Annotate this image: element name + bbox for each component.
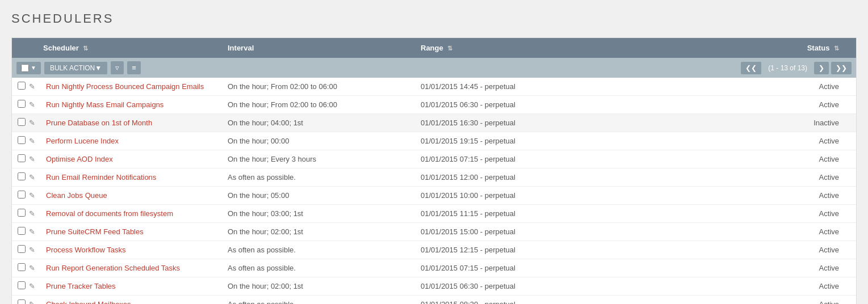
row-range-10: 01/01/2015 07:15 - perpetual [421,264,614,272]
row-range-7: 01/01/2015 11:15 - perpetual [421,209,614,218]
edit-icon-8[interactable]: ✎ [29,227,35,236]
range-sort-icon[interactable]: ⇅ [447,45,452,52]
first-page-button[interactable]: ❮❮ [741,62,761,74]
edit-icon-6[interactable]: ✎ [29,191,35,200]
row-range-3: 01/01/2015 19:15 - perpetual [421,137,614,145]
row-scheduler-11: Prune Tracker Tables [46,282,228,290]
row-checkbox-cell [12,136,29,146]
scheduler-link-9[interactable]: Process Workflow Tasks [46,246,125,254]
page-title: SCHEDULERS [11,11,857,26]
row-status-1: Active [614,100,856,109]
row-scheduler-2: Prune Database on 1st of Month [46,119,228,127]
scheduler-link-11[interactable]: Prune Tracker Tables [46,282,116,290]
row-edit-cell: ✎ [29,246,46,254]
row-interval-2: On the hour; 04:00; 1st [228,119,421,127]
scheduler-link-12[interactable]: Check Inbound Mailboxes [46,300,131,304]
edit-icon-0[interactable]: ✎ [29,82,35,91]
row-checkbox-12[interactable] [18,299,26,304]
scheduler-sort-icon[interactable]: ⇅ [83,45,88,52]
row-checkbox-cell [12,227,29,237]
edit-icon-12[interactable]: ✎ [29,300,35,304]
row-range-1: 01/01/2015 06:30 - perpetual [421,100,614,109]
table-row: ✎ Perform Lucene Index On the hour; 00:0… [12,132,856,150]
edit-icon-5[interactable]: ✎ [29,173,35,181]
table-body: ✎ Run Nightly Process Bounced Campaign E… [12,78,856,304]
scheduler-link-0[interactable]: Run Nightly Process Bounced Campaign Ema… [46,82,204,91]
edit-icon-11[interactable]: ✎ [29,282,35,290]
row-checkbox-5[interactable] [18,172,26,180]
row-checkbox-6[interactable] [18,191,26,199]
row-checkbox-2[interactable] [18,118,26,126]
edit-icon-2[interactable]: ✎ [29,119,35,127]
edit-icon-10[interactable]: ✎ [29,264,35,272]
row-checkbox-cell [12,191,29,200]
row-edit-cell: ✎ [29,82,46,91]
row-edit-cell: ✎ [29,155,46,163]
row-edit-cell: ✎ [29,282,46,290]
row-edit-cell: ✎ [29,173,46,181]
scheduler-link-4[interactable]: Optimise AOD Index [46,155,113,163]
scheduler-link-7[interactable]: Removal of documents from filesystem [46,209,173,218]
edit-icon-4[interactable]: ✎ [29,155,35,163]
table-row: ✎ Run Email Reminder Notifications As of… [12,168,856,187]
row-status-8: Active [614,227,856,236]
scheduler-link-2[interactable]: Prune Database on 1st of Month [46,119,152,127]
row-scheduler-10: Run Report Generation Scheduled Tasks [46,264,228,272]
row-interval-4: On the hour; Every 3 hours [228,155,421,163]
scheduler-link-8[interactable]: Prune SuiteCRM Feed Tables [46,227,144,236]
edit-icon-3[interactable]: ✎ [29,137,35,145]
edit-icon-9[interactable]: ✎ [29,246,35,254]
scheduler-link-1[interactable]: Run Nightly Mass Email Campaigns [46,100,163,109]
row-range-6: 01/01/2015 10:00 - perpetual [421,191,614,200]
row-range-12: 01/01/2015 08:30 - perpetual [421,300,614,304]
row-checkbox-cell [12,100,29,109]
row-range-8: 01/01/2015 15:00 - perpetual [421,227,614,236]
col-header-range: Range ⇅ [421,44,614,52]
scheduler-link-3[interactable]: Perform Lucene Index [46,137,119,145]
row-status-12: Active [614,300,856,304]
row-scheduler-3: Perform Lucene Index [46,137,228,145]
row-checkbox-cell [12,209,29,218]
row-checkbox-11[interactable] [18,281,26,289]
next-page-button[interactable]: ❯ [814,62,829,74]
scheduler-link-6[interactable]: Clean Jobs Queue [46,191,107,200]
row-checkbox-8[interactable] [18,227,26,235]
row-range-0: 01/01/2015 14:45 - perpetual [421,82,614,91]
table-row: ✎ Removal of documents from filesystem O… [12,205,856,223]
select-checkbox-button[interactable]: ▼ [16,62,41,74]
row-checkbox-cell [12,154,29,164]
row-interval-12: As often as possible. [228,300,421,304]
row-checkbox-3[interactable] [18,136,26,144]
row-scheduler-6: Clean Jobs Queue [46,191,228,200]
row-edit-cell: ✎ [29,191,46,200]
edit-icon-1[interactable]: ✎ [29,100,35,109]
scheduler-link-10[interactable]: Run Report Generation Scheduled Tasks [46,264,180,272]
row-checkbox-1[interactable] [18,100,26,108]
row-scheduler-12: Check Inbound Mailboxes [46,300,228,304]
row-interval-7: On the hour; 03:00; 1st [228,209,421,218]
col-header-interval: Interval [228,44,421,52]
row-status-10: Active [614,264,856,272]
row-status-7: Active [614,209,856,218]
row-checkbox-7[interactable] [18,209,26,217]
columns-button[interactable]: ≡ [127,61,141,74]
row-interval-5: As often as possible. [228,173,421,181]
status-sort-icon[interactable]: ⇅ [834,45,839,52]
edit-icon-7[interactable]: ✎ [29,209,35,218]
row-scheduler-5: Run Email Reminder Notifications [46,173,228,181]
bulk-action-button[interactable]: BULK ACTION▼ [44,62,107,74]
row-checkbox-4[interactable] [18,154,26,162]
filter-button[interactable]: ▿ [111,61,124,74]
row-checkbox-0[interactable] [18,82,26,90]
last-page-button[interactable]: ❯❯ [831,62,852,74]
row-checkbox-9[interactable] [18,245,26,253]
scheduler-link-5[interactable]: Run Email Reminder Notifications [46,173,156,181]
row-checkbox-cell [12,299,29,304]
row-edit-cell: ✎ [29,119,46,127]
col-header-scheduler: Scheduler ⇅ [12,44,228,52]
row-checkbox-10[interactable] [18,263,26,271]
top-toolbar: ▼ BULK ACTION▼ ▿ ≡ ❮❮ (1 - 13 of 13) ❯ ❯… [12,58,856,78]
table-row: ✎ Prune Database on 1st of Month On the … [12,114,856,132]
select-all-checkbox[interactable] [21,64,29,72]
row-edit-cell: ✎ [29,137,46,145]
